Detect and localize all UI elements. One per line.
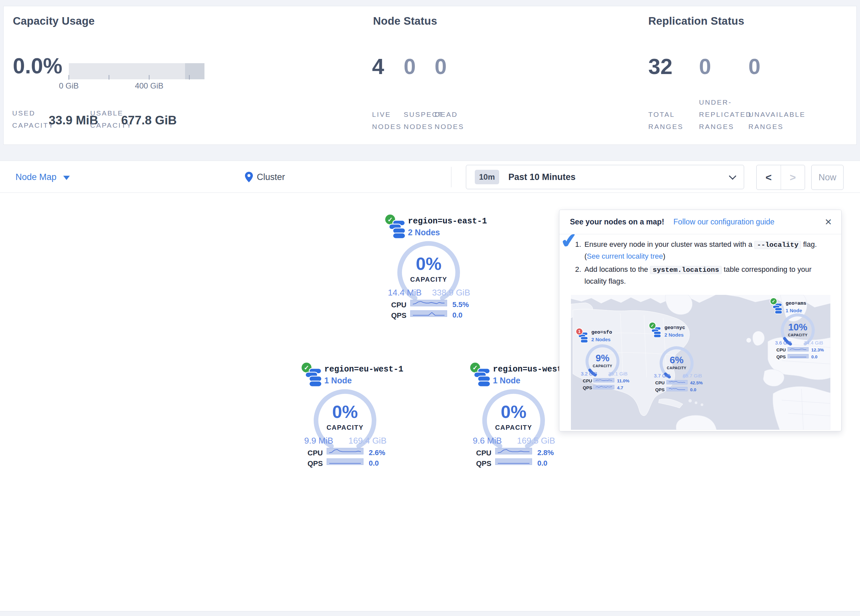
- dead-nodes-count: 0: [435, 56, 447, 77]
- healthy-check-icon: ✓: [770, 298, 777, 305]
- axis-tick: [189, 75, 190, 80]
- mini-world-map: 1 geo=sfo 2 Nodes 9% CAPACITY 3.2 GiB 35…: [571, 295, 830, 430]
- cpu-value: 5.5%: [452, 301, 474, 309]
- used-value: 9.9 MiB: [304, 436, 333, 446]
- dead-nodes-label: DEADNODES: [435, 108, 464, 133]
- usable-capacity-value: 677.8 GiB: [121, 113, 177, 127]
- replication-status-title: Replication Status: [648, 15, 744, 27]
- axis-tick: [149, 75, 149, 80]
- cpu-label: CPU: [308, 449, 323, 458]
- geo-node-count: 2 Nodes: [591, 337, 610, 342]
- step-number: 2.: [573, 264, 581, 287]
- node-status-title: Node Status: [373, 15, 437, 27]
- under-replicated-count: 0: [699, 56, 711, 77]
- axis-tick: [69, 75, 69, 80]
- view-selector-label: Node Map: [16, 172, 56, 182]
- cpu-sparkline: [326, 448, 364, 455]
- qps-value: 0.0: [369, 459, 390, 468]
- chevron-down-icon: [729, 172, 736, 180]
- step-text: Add locations to the system.locations ta…: [584, 264, 829, 287]
- region-card-eu-west-1[interactable]: ✓ region=eu-west-1 1 Node 0% CAPACITY 9.…: [299, 361, 391, 475]
- time-range-label: Past 10 Minutes: [508, 172, 576, 182]
- used-value: 9.6 MiB: [473, 436, 502, 446]
- unavailable-ranges-count: 0: [749, 56, 761, 77]
- qps-value: 4.7: [617, 385, 623, 390]
- setup-step-2: 2. Add locations to the system.locations…: [573, 264, 829, 287]
- qps-sparkline: [495, 458, 532, 465]
- used-value: 3.7 GiB: [654, 373, 670, 378]
- capacity-bar-reserved-segment: [185, 63, 204, 79]
- qps-value: 0.0: [811, 354, 818, 359]
- database-stack-icon: [389, 220, 406, 240]
- used-value: 3.2 GiB: [581, 371, 597, 376]
- total-value: 34.4 GiB: [797, 340, 823, 345]
- capacity-percent: 0%: [474, 401, 553, 422]
- qps-label: QPS: [583, 385, 592, 390]
- region-card-us-east-1[interactable]: ✓ region=us-east-1 2 Nodes 0% CAPACITY 1…: [383, 213, 475, 327]
- qps-sparkline: [593, 385, 614, 389]
- location-pin-icon: [245, 172, 253, 182]
- geo-node-count: 2 Nodes: [664, 332, 684, 338]
- region-node-count: 1 Node: [493, 376, 520, 385]
- cpu-label: CPU: [391, 301, 406, 309]
- total-value: 65.7 GiB: [676, 373, 702, 378]
- qps-value: 0.0: [537, 459, 559, 468]
- capacity-percent: 0%: [389, 253, 468, 274]
- capacity-word: CAPACITY: [581, 364, 624, 368]
- time-range-badge: 10m: [475, 170, 499, 184]
- warning-count-badge: 1: [576, 328, 583, 335]
- geo-title: geo=nyc: [664, 325, 685, 331]
- qps-label: QPS: [655, 387, 665, 392]
- used-value: 14.4 MiB: [388, 288, 422, 298]
- locality-tree-link[interactable]: See current locality tree: [587, 252, 663, 260]
- live-nodes-label: LIVENODES: [372, 108, 402, 133]
- setup-step-1: 1. Ensure every node in your cluster was…: [573, 239, 829, 262]
- time-step-buttons: < >: [756, 165, 805, 190]
- capacity-usage-title: Capacity Usage: [13, 15, 95, 27]
- cpu-value: 11.0%: [617, 378, 629, 383]
- cpu-sparkline: [593, 378, 614, 382]
- axis-tick-label: 0 GiB: [42, 81, 95, 91]
- healthy-check-icon: ✓: [649, 322, 656, 329]
- qps-sparkline: [410, 310, 447, 317]
- now-button[interactable]: Now: [811, 165, 844, 190]
- total-ranges-label: TOTALRANGES: [648, 108, 684, 133]
- region-card-us-west-1[interactable]: ✓ region=us-west-1 1 Node 0% CAPACITY 9.…: [468, 361, 560, 475]
- cpu-label: CPU: [476, 449, 491, 458]
- cpu-value: 12.3%: [811, 348, 824, 353]
- capacity-bar: [69, 63, 204, 79]
- cpu-sparkline: [788, 347, 809, 351]
- popup-title: See your nodes on a map!: [570, 218, 664, 226]
- axis-tick: [109, 75, 109, 80]
- database-stack-icon: [305, 368, 322, 388]
- region-node-count: 2 Nodes: [408, 228, 440, 237]
- qps-label: QPS: [476, 459, 491, 468]
- qps-label: QPS: [391, 311, 406, 320]
- region-title: region=eu-west-1: [324, 365, 403, 374]
- capacity-word: CAPACITY: [389, 276, 468, 283]
- region-title: region=us-east-1: [408, 216, 487, 226]
- cpu-sparkline: [410, 300, 447, 306]
- time-range-select[interactable]: 10m Past 10 Minutes: [466, 165, 744, 189]
- system-locations-code: system.locations: [650, 266, 722, 274]
- qps-sparkline: [666, 387, 687, 391]
- qps-value: 0.0: [690, 387, 696, 392]
- total-ranges-count: 32: [648, 56, 672, 77]
- total-value: 169.4 GiB: [339, 436, 386, 446]
- used-value: 3.6 GiB: [775, 340, 791, 345]
- cpu-value: 42.5%: [690, 380, 703, 385]
- cpu-label: CPU: [776, 348, 786, 353]
- breadcrumb[interactable]: Cluster: [245, 161, 285, 193]
- capacity-percent: 0%: [306, 401, 384, 422]
- cpu-value: 2.8%: [537, 448, 559, 457]
- cpu-label: CPU: [583, 378, 592, 383]
- step-text: Ensure every node in your cluster was st…: [584, 239, 829, 262]
- locality-flag-code: --locality: [754, 241, 801, 249]
- total-value: 35.1 GiB: [601, 371, 628, 376]
- time-back-button[interactable]: <: [756, 165, 781, 190]
- database-stack-icon: [474, 368, 491, 388]
- close-icon[interactable]: ✕: [824, 217, 832, 227]
- configuration-guide-link[interactable]: Follow our configuration guide: [673, 218, 774, 226]
- view-selector-node-map[interactable]: Node Map: [16, 161, 70, 193]
- geo-title: geo=ams: [786, 301, 806, 306]
